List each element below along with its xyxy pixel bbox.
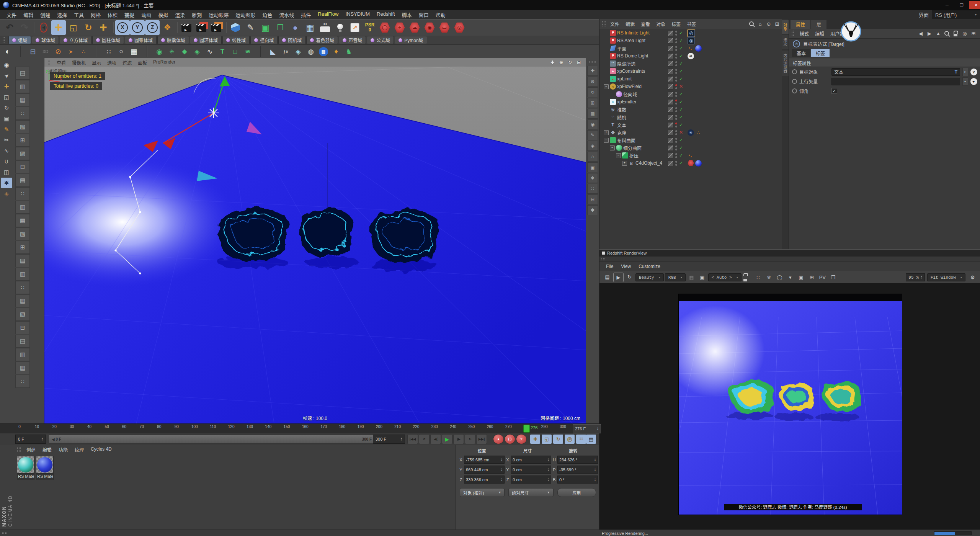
viewport-menu-item[interactable]: 显示: [89, 59, 104, 67]
minimize-button[interactable]: ─: [940, 1, 954, 9]
search-icon[interactable]: [944, 31, 950, 37]
toolbar-handle[interactable]: [2, 37, 6, 43]
object-xpflowfield[interactable]: − xpFlowField ✕: [599, 83, 782, 90]
qr-icon[interactable]: ▩: [317, 46, 330, 58]
tool-scale-icon[interactable]: ◱: [1, 92, 12, 102]
material-menu-item[interactable]: 纹理: [71, 445, 87, 454]
menu-item[interactable]: 选择: [54, 10, 70, 20]
start-ipr-icon[interactable]: ▶: [613, 273, 624, 282]
dock-icon[interactable]: ▧: [15, 120, 30, 133]
layer-toggle[interactable]: [668, 53, 673, 59]
panel-handle[interactable]: [17, 446, 21, 452]
floor-icon[interactable]: ▦: [303, 20, 317, 35]
renderview-handle[interactable]: [599, 257, 980, 262]
new-panel-icon[interactable]: ⊞: [970, 31, 977, 37]
enable-toggle[interactable]: ✓: [679, 153, 684, 158]
object-name[interactable]: 平面: [617, 45, 626, 52]
enable-toggle[interactable]: ✓: [679, 160, 684, 166]
menu-item[interactable]: 模拟: [155, 10, 172, 20]
object-c4dobject-4[interactable]: + C4dObject_4 ✓: [599, 159, 782, 167]
material-menu-item[interactable]: 编辑: [39, 445, 55, 454]
viewport-menu-item[interactable]: 选项: [104, 59, 119, 67]
layer-toggle[interactable]: [668, 160, 673, 166]
palette-icon[interactable]: ▣: [587, 162, 598, 172]
dock-icon[interactable]: ▨: [15, 147, 30, 160]
enable-toggle[interactable]: ✓: [679, 137, 684, 143]
separator[interactable]: [14, 46, 26, 58]
position-field[interactable]: 669.448 cm: [464, 466, 505, 474]
visibility-dots[interactable]: [675, 123, 677, 127]
dock-tab[interactable]: 场次: [782, 35, 789, 49]
palette-handle[interactable]: [589, 60, 596, 64]
visibility-dots[interactable]: [675, 138, 677, 143]
enable-toggle[interactable]: ✓: [679, 99, 684, 105]
attr-menu-item[interactable]: 模式: [797, 29, 812, 38]
object-radial-field[interactable]: 径向域 ✓: [599, 90, 782, 98]
visibility-dots[interactable]: [675, 54, 677, 59]
attribute-subtab[interactable]: 标签: [811, 49, 830, 57]
enable-toggle[interactable]: ✓: [679, 76, 684, 82]
dock-icon[interactable]: ⊟: [15, 321, 30, 334]
gravity-icon[interactable]: ♦: [330, 46, 342, 58]
dock-icon[interactable]: ▧: [15, 308, 30, 321]
enable-toggle[interactable]: ✓: [679, 61, 684, 66]
dock-tab[interactable]: 对象: [782, 20, 789, 34]
object-name[interactable]: 克隆: [617, 129, 626, 136]
snapshot-icon[interactable]: ▤: [603, 273, 612, 281]
object-tag[interactable]: [695, 129, 702, 136]
tool-pen-icon[interactable]: ✎: [1, 124, 12, 134]
next-key-button[interactable]: ↻: [465, 434, 475, 444]
key-pla-toggle[interactable]: ∷: [576, 434, 586, 444]
grid-clone-icon[interactable]: ▦: [128, 46, 140, 58]
visibility-dots[interactable]: [675, 115, 677, 120]
layer-toggle[interactable]: [668, 92, 673, 97]
tool-mirror-icon[interactable]: ◫: [1, 167, 12, 177]
object-tag[interactable]: [688, 152, 694, 159]
back-icon[interactable]: ◀: [918, 31, 924, 37]
layer-toggle[interactable]: [668, 137, 673, 143]
viewport-menu-item[interactable]: 面板: [135, 59, 150, 67]
character-icon[interactable]: ♞: [343, 46, 355, 58]
dock-icon[interactable]: ▥: [15, 268, 30, 281]
attribute-field[interactable]: [831, 78, 960, 85]
enable-toggle[interactable]: ✓: [679, 92, 684, 97]
palette-icon[interactable]: ◉: [587, 119, 598, 129]
object-xplimit[interactable]: xpLimit ✓: [599, 75, 782, 83]
visibility-dots[interactable]: [675, 61, 677, 66]
menu-item[interactable]: 脚本: [399, 10, 415, 20]
lock-y-axis-icon[interactable]: Y: [130, 20, 145, 35]
expander[interactable]: −: [610, 145, 615, 150]
separator[interactable]: [175, 20, 179, 35]
render-view-icon[interactable]: [179, 20, 194, 35]
object-name[interactable]: 随机: [617, 114, 626, 121]
menu-item[interactable]: RealFlow: [314, 10, 342, 20]
palette-icon[interactable]: ↻: [587, 87, 598, 97]
enable-toggle[interactable]: ✓: [679, 114, 684, 120]
view-zoom-icon[interactable]: ⊕: [557, 59, 565, 66]
attribute-tab[interactable]: 层: [811, 20, 826, 29]
palette-icon[interactable]: ∷: [587, 184, 598, 194]
visibility-dots[interactable]: [675, 92, 677, 97]
tracer-icon[interactable]: ≋: [242, 46, 254, 58]
push-effector-icon[interactable]: ✳: [166, 46, 178, 58]
dock-icon[interactable]: ▤: [15, 335, 30, 348]
hierarchy-icon[interactable]: ⊟: [27, 46, 39, 58]
palette-icon[interactable]: ◈: [587, 141, 598, 151]
palette-icon[interactable]: ⊕: [587, 77, 598, 87]
menu-item[interactable]: 工具: [70, 10, 87, 20]
material-name[interactable]: RS Mate: [17, 474, 34, 480]
coordinate-system-icon[interactable]: ❖: [160, 20, 175, 35]
object-tag[interactable]: [695, 45, 702, 52]
lock-x-axis-icon[interactable]: X: [115, 20, 130, 35]
add-cube-icon[interactable]: [228, 20, 243, 35]
enable-toggle[interactable]: ✓: [679, 30, 684, 36]
field-button[interactable]: 径向域: [250, 36, 278, 44]
layer-toggle[interactable]: [668, 84, 673, 90]
motext-icon[interactable]: 3D: [39, 46, 52, 58]
material-item[interactable]: RS Mate: [17, 456, 34, 480]
rs-camera-icon[interactable]: ◉: [422, 20, 437, 35]
pixel-grid-icon[interactable]: ▦: [687, 273, 696, 282]
renderview-menu-item[interactable]: View: [617, 263, 634, 270]
rs-point-light-icon[interactable]: ⌖: [392, 20, 407, 35]
visibility-dots[interactable]: [675, 130, 677, 135]
